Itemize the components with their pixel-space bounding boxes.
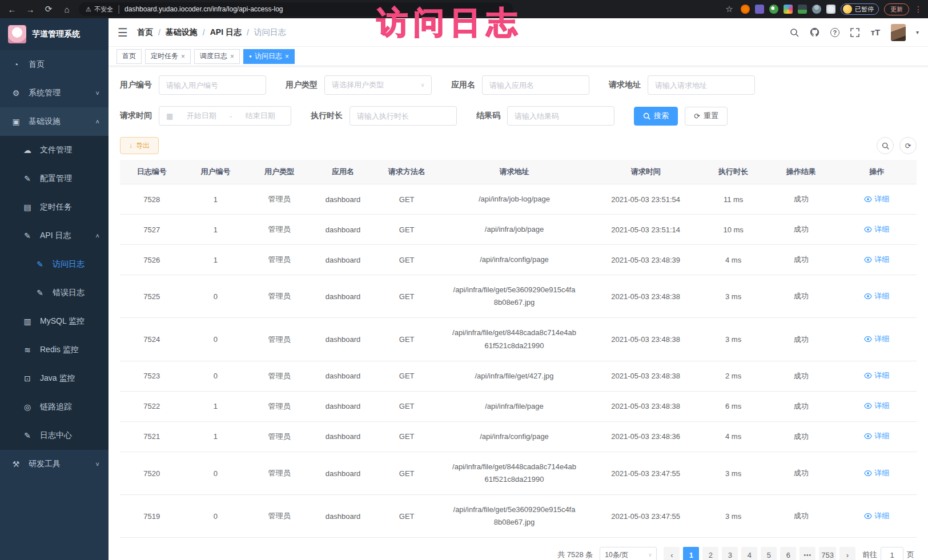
extension-icon-shield[interactable] (755, 5, 764, 14)
sidebar-item-java-monitor[interactable]: ⊡ Java 监控 (0, 364, 109, 393)
app-logo[interactable]: 芋道管理系统 (0, 18, 109, 50)
search-button[interactable]: 搜索 (634, 107, 678, 126)
prev-page-button[interactable]: ‹ (664, 547, 680, 560)
browser-back-icon[interactable]: ← (6, 5, 18, 14)
page-button[interactable]: 5 (761, 547, 777, 560)
goto-page-input[interactable] (881, 547, 903, 560)
caret-down-icon[interactable]: ▾ (916, 29, 919, 35)
sidebar-item-scheduled-tasks[interactable]: ▤ 定时任务 (0, 193, 109, 221)
cell-user-id: 0 (184, 318, 248, 361)
detail-link[interactable]: 详细 (864, 334, 889, 344)
sidebar-item-trace[interactable]: ◎ 链路追踪 (0, 393, 109, 421)
breadcrumb-home[interactable]: 首页 (137, 27, 153, 38)
search-icon[interactable] (789, 27, 800, 38)
browser-menu-icon[interactable]: ⋮ (914, 5, 922, 14)
page-button[interactable]: 3 (722, 547, 738, 560)
tab-schedule-log[interactable]: 调度日志 × (194, 49, 240, 64)
sidebar-item-access-log[interactable]: ✎ 访问日志 (0, 250, 109, 279)
sidebar-item-dev-tools[interactable]: ⚒ 研发工具 ˅ (0, 450, 109, 478)
request-url-input[interactable] (648, 75, 755, 95)
address-bar[interactable]: ⚠ 不安全 | dashboard.yudao.iocoder.cn/infra… (79, 2, 513, 16)
user-id-input[interactable] (159, 75, 266, 95)
extension-icon-snowflake[interactable] (826, 5, 835, 14)
reset-button[interactable]: ⟳ 重置 (685, 107, 728, 126)
breadcrumb-infrastructure[interactable]: 基础设施 (166, 27, 198, 38)
export-button[interactable]: ↓ 导出 (120, 137, 159, 154)
cell-result: 成功 (765, 495, 837, 538)
tab-access-log[interactable]: ● 访问日志 × (243, 49, 295, 64)
eye-icon (864, 335, 872, 343)
avatar[interactable] (891, 24, 906, 41)
page-button[interactable]: 753 (819, 547, 836, 560)
close-icon[interactable]: × (181, 53, 185, 61)
sidebar-item-file-management[interactable]: ☁ 文件管理 (0, 136, 109, 164)
page-button[interactable]: 6 (780, 547, 796, 560)
page-button[interactable]: ••• (800, 547, 815, 560)
detail-link[interactable]: 详细 (864, 401, 889, 411)
sidebar-item-config-management[interactable]: ✎ 配置管理 (0, 164, 109, 193)
tab-home[interactable]: 首页 (116, 49, 142, 64)
duration-input[interactable] (349, 106, 457, 126)
sidebar-item-mysql-monitor[interactable]: ▥ MySQL 监控 (0, 307, 109, 336)
next-page-button[interactable]: › (839, 547, 855, 560)
detail-link[interactable]: 详细 (864, 194, 889, 204)
user-type-select[interactable]: 请选择用户类型 ˅ (324, 75, 432, 95)
page-button[interactable]: 2 (702, 547, 718, 560)
detail-link[interactable]: 详细 (864, 431, 889, 441)
browser-forward-icon[interactable]: → (24, 5, 37, 14)
col-actions: 操作 (837, 160, 917, 184)
detail-link[interactable]: 详细 (864, 224, 889, 235)
profile-paused-pill[interactable]: 已暂停 (841, 3, 879, 15)
cell-duration: 2 ms (701, 361, 765, 391)
sidebar-item-error-log[interactable]: ✎ 错误日志 (0, 279, 109, 307)
page-size-select[interactable]: 10条/页 ˅ (600, 547, 657, 560)
toggle-search-button[interactable] (877, 137, 894, 154)
search-icon (882, 142, 889, 150)
breadcrumb-api-log[interactable]: API 日志 (210, 27, 242, 38)
browser-reload-icon[interactable]: ⟳ (42, 4, 55, 14)
extension-icon-orange[interactable] (741, 5, 750, 14)
detail-link[interactable]: 详细 (864, 255, 889, 265)
bookmark-star-icon[interactable]: ☆ (723, 4, 736, 14)
extension-icon-dark-green[interactable] (798, 5, 807, 14)
detail-link[interactable]: 详细 (864, 291, 889, 301)
chevron-up-icon: ˄ (96, 232, 99, 239)
sidebar-item-system-management[interactable]: ⚙ 系统管理 ˅ (0, 79, 109, 107)
eye-icon: ◎ (23, 402, 32, 412)
detail-link[interactable]: 详细 (864, 370, 889, 381)
page-button[interactable]: 4 (741, 547, 757, 560)
hamburger-icon[interactable]: ☰ (118, 26, 128, 39)
security-label[interactable]: 不安全 (94, 5, 113, 14)
browser-toolbar: ← → ⟳ ⌂ ⚠ 不安全 | dashboard.yudao.iocoder.… (0, 0, 928, 18)
cell-duration: 4 ms (701, 245, 765, 275)
close-icon[interactable]: × (285, 53, 289, 61)
request-time-range-picker[interactable]: ▦ 开始日期 - 结束日期 (159, 106, 291, 126)
extension-icon-green-circle[interactable] (769, 5, 778, 14)
cell-request-time: 2021-05-03 23:48:38 (590, 391, 701, 421)
sidebar-item-redis-monitor[interactable]: ≋ Redis 监控 (0, 336, 109, 364)
tab-scheduled-tasks[interactable]: 定时任务 × (145, 49, 191, 64)
close-icon[interactable]: × (230, 53, 234, 61)
extension-icon-colorful[interactable] (784, 5, 793, 14)
calendar-icon: ▦ (166, 112, 173, 120)
sidebar-item-home[interactable]: ◔ 首页 (0, 50, 109, 79)
sidebar-item-log-center[interactable]: ✎ 日志中心 (0, 421, 109, 450)
cell-request-url: /api/infra/config/page (439, 421, 590, 452)
fullscreen-icon[interactable] (850, 27, 860, 38)
extension-icon-person[interactable] (812, 5, 821, 14)
browser-home-icon[interactable]: ⌂ (61, 5, 73, 14)
detail-link[interactable]: 详细 (864, 511, 889, 521)
detail-link[interactable]: 详细 (864, 468, 889, 478)
result-code-input[interactable] (507, 106, 614, 126)
help-icon[interactable]: ? (830, 28, 839, 37)
github-icon[interactable] (810, 27, 820, 38)
sidebar-item-infrastructure[interactable]: ▣ 基础设施 ˄ (0, 107, 109, 136)
font-size-icon[interactable]: тT (870, 27, 881, 38)
cell-log-id: 7527 (120, 215, 184, 245)
app-name-input[interactable] (482, 75, 589, 95)
url-text[interactable]: dashboard.yudao.iocoder.cn/infra/log/api… (124, 5, 283, 13)
page-button[interactable]: 1 (683, 547, 699, 560)
sidebar-item-api-log[interactable]: ✎ API 日志 ˄ (0, 221, 109, 250)
browser-update-button[interactable]: 更新 (884, 3, 909, 15)
refresh-table-button[interactable]: ⟳ (899, 137, 917, 154)
